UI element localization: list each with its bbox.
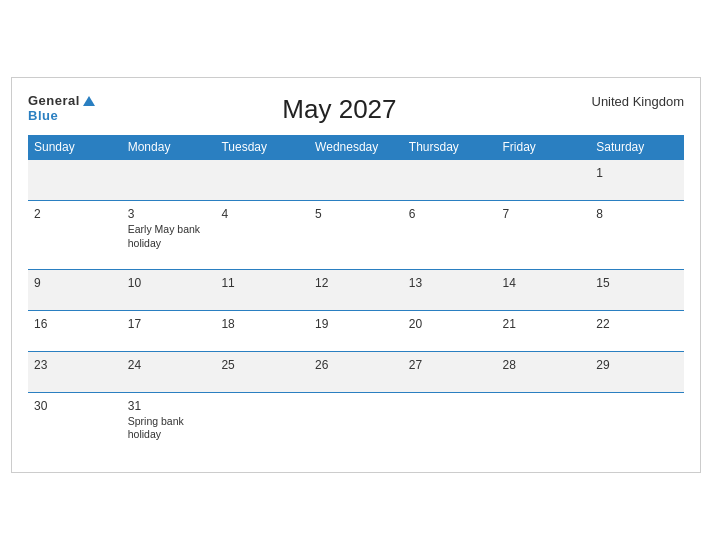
day-number: 17	[128, 317, 210, 331]
calendar-cell: 5	[309, 201, 403, 269]
calendar-cell: 8	[590, 201, 684, 269]
calendar-cell: 12	[309, 269, 403, 310]
calendar-cell: 21	[497, 310, 591, 351]
calendar-cell	[403, 392, 497, 460]
day-number: 5	[315, 207, 397, 221]
calendar-cell	[215, 392, 309, 460]
holiday-name: Early May bankholiday	[128, 223, 210, 250]
day-number: 2	[34, 207, 116, 221]
calendar-row: 9101112131415	[28, 269, 684, 310]
day-number: 16	[34, 317, 116, 331]
weekday-monday: Monday	[122, 135, 216, 160]
calendar-cell: 20	[403, 310, 497, 351]
day-number: 9	[34, 276, 116, 290]
calendar-cell	[403, 160, 497, 201]
day-number: 26	[315, 358, 397, 372]
calendar-cell: 30	[28, 392, 122, 460]
day-number: 4	[221, 207, 303, 221]
day-number: 18	[221, 317, 303, 331]
weekday-saturday: Saturday	[590, 135, 684, 160]
calendar-cell: 27	[403, 351, 497, 392]
calendar-cell: 23	[28, 351, 122, 392]
day-number: 14	[503, 276, 585, 290]
calendar-title: May 2027	[95, 94, 584, 125]
day-number: 12	[315, 276, 397, 290]
calendar-cell	[122, 160, 216, 201]
calendar-cell: 25	[215, 351, 309, 392]
day-number: 8	[596, 207, 678, 221]
day-number: 31	[128, 399, 210, 413]
calendar-cell: 29	[590, 351, 684, 392]
logo-blue-text: Blue	[28, 109, 95, 123]
calendar-cell: 3Early May bankholiday	[122, 201, 216, 269]
day-number: 30	[34, 399, 116, 413]
calendar-cell	[497, 392, 591, 460]
day-number: 27	[409, 358, 491, 372]
calendar-row: 3031Spring bankholiday	[28, 392, 684, 460]
calendar-cell: 11	[215, 269, 309, 310]
calendar-cell	[28, 160, 122, 201]
calendar-cell: 31Spring bankholiday	[122, 392, 216, 460]
calendar-cell: 16	[28, 310, 122, 351]
day-number: 15	[596, 276, 678, 290]
holiday-name: Spring bankholiday	[128, 415, 210, 442]
day-number: 22	[596, 317, 678, 331]
calendar-container: General Blue May 2027 United Kingdom Sun…	[11, 77, 701, 473]
day-number: 7	[503, 207, 585, 221]
calendar-cell	[590, 392, 684, 460]
calendar-cell	[497, 160, 591, 201]
calendar-row: 16171819202122	[28, 310, 684, 351]
day-number: 6	[409, 207, 491, 221]
calendar-cell: 6	[403, 201, 497, 269]
calendar-cell: 17	[122, 310, 216, 351]
day-number: 28	[503, 358, 585, 372]
logo-general-text: General	[28, 94, 95, 108]
day-number: 1	[596, 166, 678, 180]
calendar-cell	[309, 392, 403, 460]
weekday-thursday: Thursday	[403, 135, 497, 160]
calendar-header: General Blue May 2027 United Kingdom	[28, 94, 684, 125]
day-number: 20	[409, 317, 491, 331]
calendar-row: 1	[28, 160, 684, 201]
calendar-cell: 18	[215, 310, 309, 351]
calendar-cell	[309, 160, 403, 201]
calendar-cell: 7	[497, 201, 591, 269]
calendar-cell: 24	[122, 351, 216, 392]
calendar-cell: 9	[28, 269, 122, 310]
day-number: 29	[596, 358, 678, 372]
calendar-cell: 10	[122, 269, 216, 310]
day-number: 19	[315, 317, 397, 331]
calendar-table: SundayMondayTuesdayWednesdayThursdayFrid…	[28, 135, 684, 460]
day-number: 3	[128, 207, 210, 221]
calendar-cell: 13	[403, 269, 497, 310]
day-number: 13	[409, 276, 491, 290]
calendar-region: United Kingdom	[584, 94, 684, 109]
calendar-cell: 14	[497, 269, 591, 310]
logo: General Blue	[28, 94, 95, 123]
calendar-cell: 26	[309, 351, 403, 392]
calendar-row: 23Early May bankholiday45678	[28, 201, 684, 269]
weekday-tuesday: Tuesday	[215, 135, 309, 160]
calendar-cell: 15	[590, 269, 684, 310]
calendar-row: 23242526272829	[28, 351, 684, 392]
day-number: 11	[221, 276, 303, 290]
calendar-cell: 1	[590, 160, 684, 201]
calendar-cell: 19	[309, 310, 403, 351]
calendar-cell: 4	[215, 201, 309, 269]
day-number: 23	[34, 358, 116, 372]
weekday-wednesday: Wednesday	[309, 135, 403, 160]
day-number: 25	[221, 358, 303, 372]
calendar-cell: 22	[590, 310, 684, 351]
calendar-cell: 28	[497, 351, 591, 392]
day-number: 24	[128, 358, 210, 372]
calendar-cell	[215, 160, 309, 201]
day-number: 10	[128, 276, 210, 290]
day-number: 21	[503, 317, 585, 331]
calendar-cell: 2	[28, 201, 122, 269]
weekday-header-row: SundayMondayTuesdayWednesdayThursdayFrid…	[28, 135, 684, 160]
weekday-sunday: Sunday	[28, 135, 122, 160]
logo-triangle-icon	[83, 96, 95, 106]
weekday-friday: Friday	[497, 135, 591, 160]
